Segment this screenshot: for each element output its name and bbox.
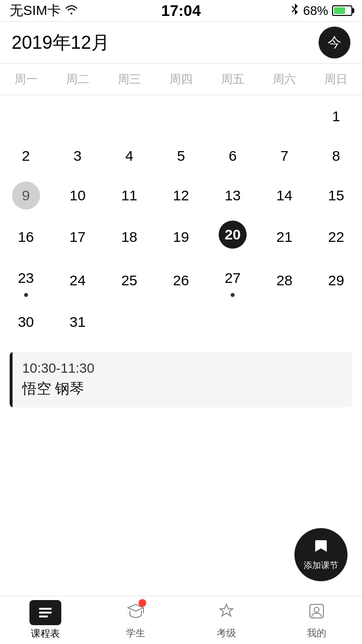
day-cell-10[interactable]: 10 (52, 174, 103, 214)
day-cell-29[interactable]: 29 (310, 257, 362, 301)
day-cell-22[interactable]: 22 (310, 214, 362, 257)
day-cell-23[interactable]: 23 (0, 257, 52, 301)
day-cell-8[interactable]: 8 (310, 135, 362, 174)
day-cell-14[interactable]: 14 (259, 174, 310, 214)
day-cell-12[interactable]: 12 (155, 174, 207, 214)
day-cell-empty (259, 301, 310, 340)
status-time: 17:04 (161, 2, 201, 20)
day-cell-empty (310, 301, 362, 340)
day-cell-15[interactable]: 15 (310, 174, 362, 214)
status-bar: 无SIM卡 17:04 68% (0, 0, 362, 21)
status-left: 无SIM卡 (10, 1, 78, 20)
day-cell-9[interactable]: 9 (0, 174, 52, 214)
day-cell-17[interactable]: 17 (52, 214, 103, 257)
event-time: 10:30-11:30 (22, 361, 343, 376)
day-cell-empty (103, 95, 155, 135)
sim-text: 无SIM卡 (10, 1, 61, 20)
day-cell-24[interactable]: 24 (52, 257, 103, 301)
day-cell-empty (155, 95, 207, 135)
svg-point-7 (314, 607, 319, 612)
day-27-dot (231, 293, 235, 297)
fab-label: 添加课节 (304, 560, 338, 571)
tab-student-label: 学生 (126, 627, 145, 640)
weekday-tue: 周二 (52, 69, 103, 90)
weekday-sun: 周日 (310, 69, 362, 90)
day-cell-empty (207, 301, 259, 340)
day-cell-19[interactable]: 19 (155, 214, 207, 257)
calendar-title: 2019年12月 (12, 30, 110, 55)
grade-icon (216, 601, 237, 625)
tab-schedule-label: 课程表 (31, 627, 60, 640)
svg-rect-4 (39, 616, 48, 617)
day-cell-1[interactable]: 1 (310, 95, 362, 135)
calendar-header: 2019年12月 今 (0, 22, 362, 63)
svg-line-1 (292, 9, 295, 12)
day-cell-21[interactable]: 21 (259, 214, 310, 257)
day-cell-18[interactable]: 18 (103, 214, 155, 257)
add-lesson-fab[interactable]: 添加课节 (294, 528, 348, 581)
today-button[interactable]: 今 (319, 27, 350, 58)
event-title: 悟空 钢琴 (22, 379, 343, 399)
weekday-header: 周一 周二 周三 周四 周五 周六 周日 (0, 64, 362, 95)
battery-percent: 68% (303, 3, 328, 18)
day-cell-empty (103, 301, 155, 340)
profile-icon (306, 601, 327, 625)
wifi-icon (65, 3, 78, 18)
bluetooth-icon (291, 3, 299, 19)
tab-profile-label: 我的 (307, 627, 326, 640)
weekday-thu: 周四 (155, 69, 207, 90)
weekday-fri: 周五 (207, 69, 259, 90)
weekday-mon: 周一 (0, 69, 52, 90)
battery-icon (332, 5, 352, 16)
svg-rect-2 (39, 608, 52, 610)
day-cell-empty (52, 95, 103, 135)
fab-bookmark-icon (313, 538, 329, 559)
tab-student[interactable]: 学生 (91, 596, 181, 644)
day-cell-26[interactable]: 26 (155, 257, 207, 301)
schedule-icon-box (29, 600, 61, 625)
day-cell-empty (207, 95, 259, 135)
tab-bar: 课程表 学生 考级 我的 (0, 596, 362, 644)
battery-fill (334, 7, 345, 14)
tab-grade-label: 考级 (217, 627, 236, 640)
day-cell-3[interactable]: 3 (52, 135, 103, 174)
day-cell-4[interactable]: 4 (103, 135, 155, 174)
tab-profile[interactable]: 我的 (272, 596, 362, 644)
today-dot (231, 250, 235, 253)
tab-grade[interactable]: 考级 (181, 596, 272, 644)
day-23-dot (24, 293, 28, 297)
day-cell-13[interactable]: 13 (207, 174, 259, 214)
day-cell-28[interactable]: 28 (259, 257, 310, 301)
day-cell-empty (0, 95, 52, 135)
day-cell-30[interactable]: 30 (0, 301, 52, 340)
day-cell-2[interactable]: 2 (0, 135, 52, 174)
event-card-1[interactable]: 10:30-11:30 悟空 钢琴 (10, 352, 352, 407)
day-cell-27[interactable]: 27 (207, 257, 259, 301)
day-cell-empty (155, 301, 207, 340)
day-cell-6[interactable]: 6 (207, 135, 259, 174)
weekday-sat: 周六 (259, 69, 310, 90)
day-cell-5[interactable]: 5 (155, 135, 207, 174)
day-cell-25[interactable]: 25 (103, 257, 155, 301)
event-content: 10:30-11:30 悟空 钢琴 (13, 352, 352, 407)
tab-schedule[interactable]: 课程表 (0, 596, 91, 644)
calendar-grid: 1 2 3 4 5 6 7 8 9 10 11 12 13 14 15 16 1… (0, 95, 362, 340)
events-section: 10:30-11:30 悟空 钢琴 (0, 340, 362, 407)
day-cell-16[interactable]: 16 (0, 214, 52, 257)
svg-line-0 (292, 6, 295, 9)
weekday-wed: 周三 (103, 69, 155, 90)
day-cell-11[interactable]: 11 (103, 174, 155, 214)
status-right: 68% (291, 3, 352, 19)
day-cell-31[interactable]: 31 (52, 301, 103, 340)
day-cell-20-today[interactable]: 20 (207, 214, 259, 257)
svg-rect-3 (39, 612, 52, 614)
day-cell-empty (259, 95, 310, 135)
day-cell-7[interactable]: 7 (259, 135, 310, 174)
